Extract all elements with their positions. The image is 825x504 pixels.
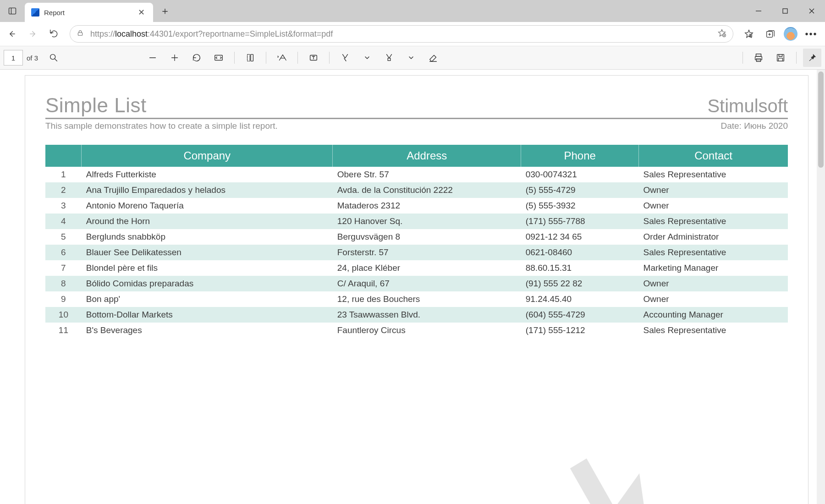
separator: [297, 52, 298, 64]
add-favorite-icon[interactable]: [715, 28, 728, 40]
new-tab-button[interactable]: ＋: [156, 2, 174, 20]
collections-icon[interactable]: [760, 24, 780, 44]
zoom-out-button[interactable]: [143, 49, 162, 67]
page-count-label: of 3: [27, 54, 38, 62]
minimize-button[interactable]: [745, 0, 772, 22]
highlight-options-button[interactable]: [402, 49, 420, 67]
close-tab-button[interactable]: ✕: [135, 6, 148, 18]
svg-rect-39: [778, 58, 782, 61]
zoom-in-button[interactable]: [165, 49, 184, 67]
browser-tab[interactable]: Report ✕: [25, 3, 153, 22]
page-view-button[interactable]: [241, 49, 259, 67]
pdf-toolbar: of 3: [0, 46, 825, 70]
add-text-button[interactable]: [304, 49, 323, 67]
more-menu-button[interactable]: •••: [801, 24, 821, 44]
tab-title: Report: [44, 9, 135, 16]
forward-button[interactable]: [23, 24, 43, 44]
read-aloud-button[interactable]: [273, 49, 291, 67]
separator: [329, 52, 330, 64]
highlight-button[interactable]: [380, 49, 398, 67]
url-host: localhost: [115, 29, 148, 38]
svg-rect-0: [9, 8, 16, 14]
separator: [796, 52, 797, 64]
svg-rect-32: [388, 58, 390, 61]
favicon-icon: [31, 8, 39, 16]
draw-options-button[interactable]: [358, 49, 376, 67]
titlebar: Report ✕ ＋: [0, 0, 825, 22]
profile-avatar[interactable]: [784, 27, 798, 41]
fit-width-button[interactable]: [209, 49, 228, 67]
url-input[interactable]: https://localhost:44301/export?reportnam…: [70, 25, 733, 43]
favorites-icon[interactable]: [739, 24, 759, 44]
back-button[interactable]: [2, 24, 22, 44]
svg-rect-8: [78, 33, 82, 35]
titlebar-left: Report ✕ ＋: [0, 0, 174, 22]
svg-rect-27: [251, 55, 253, 61]
separator: [234, 52, 235, 64]
erase-button[interactable]: [424, 49, 442, 67]
save-button[interactable]: [771, 49, 790, 67]
url-path: :44301/export?reportname=SimpleList&form…: [148, 29, 333, 38]
draw-button[interactable]: [336, 49, 354, 67]
separator: [742, 52, 743, 64]
svg-rect-34: [756, 54, 761, 57]
close-window-button[interactable]: [798, 0, 825, 22]
url-proto: https://: [90, 29, 115, 38]
svg-point-20: [50, 55, 55, 60]
refresh-button[interactable]: [44, 24, 64, 44]
svg-rect-26: [248, 55, 250, 61]
url-text: https://localhost:44301/export?reportnam…: [90, 29, 715, 39]
svg-rect-38: [779, 55, 782, 57]
svg-marker-13: [745, 30, 753, 38]
tab-actions-icon[interactable]: [0, 0, 25, 22]
rotate-button[interactable]: [187, 49, 206, 67]
address-bar: https://localhost:44301/export?reportnam…: [0, 22, 825, 46]
page-number-input[interactable]: [4, 50, 23, 66]
find-button[interactable]: [44, 49, 63, 67]
svg-rect-3: [783, 9, 787, 13]
separator: [266, 52, 266, 64]
lock-icon: [77, 29, 84, 39]
pin-toolbar-button[interactable]: [803, 49, 821, 67]
window-controls: [745, 0, 825, 22]
maximize-button[interactable]: [772, 0, 798, 22]
print-button[interactable]: [749, 49, 768, 67]
svg-line-21: [55, 59, 57, 61]
